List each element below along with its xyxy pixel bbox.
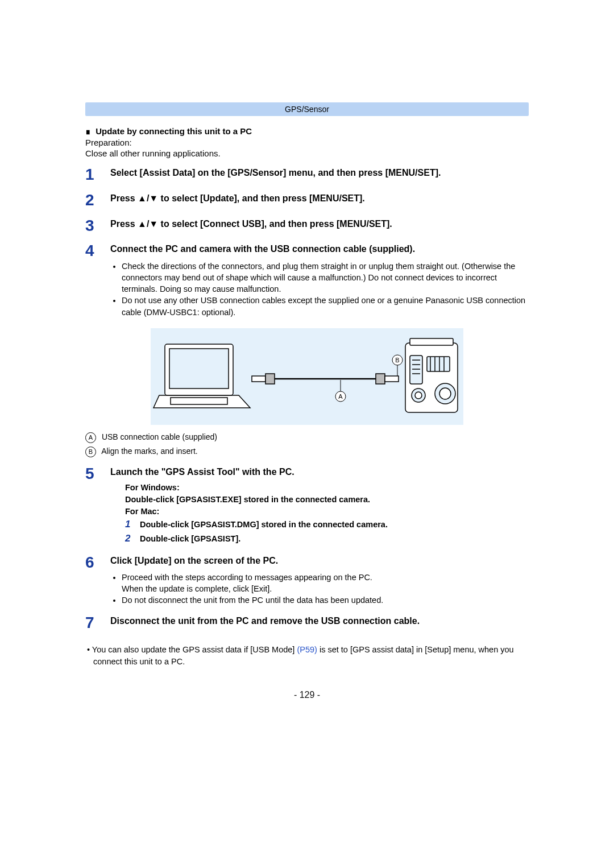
- page-reference-link[interactable]: (P59): [297, 645, 317, 654]
- bullet: Do not use any other USB connection cabl…: [122, 295, 529, 318]
- svg-rect-4: [171, 398, 227, 404]
- section-breadcrumb: GPS/Sensor: [85, 102, 529, 116]
- mac-substep-2: 2 Double-click [GPSASIST].: [125, 532, 529, 546]
- step-number: 7: [85, 614, 110, 632]
- step-1: 1 Select [Assist Data] on the [GPS/Senso…: [85, 166, 529, 184]
- step-4: 4 Connect the PC and camera with the USB…: [85, 242, 529, 318]
- step-6-bullets: Proceed with the steps according to mess…: [110, 572, 529, 606]
- svg-rect-5: [252, 376, 265, 382]
- preparation-label: Preparation:: [85, 138, 529, 147]
- step-number: 1: [85, 166, 110, 184]
- for-mac-label: For Mac:: [125, 506, 529, 518]
- step-number: 6: [85, 554, 110, 606]
- step-3: 3 Press ▲/▼ to select [Connect USB], and…: [85, 217, 529, 235]
- step-number: 2: [85, 192, 110, 209]
- footnote: • You can also update the GPS assist dat…: [85, 644, 529, 667]
- sub-number-1: 1: [125, 518, 138, 532]
- up-down-arrow-icon: ▲/▼: [138, 219, 158, 229]
- step-text: Press ▲/▼ to select [Connect USB], and t…: [110, 217, 529, 230]
- svg-point-13: [439, 388, 451, 399]
- svg-rect-8: [376, 374, 385, 384]
- section-title-text: Update by connecting this unit to a PC: [96, 126, 252, 136]
- svg-rect-9: [385, 376, 399, 382]
- sub-number-2: 2: [125, 532, 138, 546]
- svg-rect-11: [410, 338, 453, 345]
- svg-rect-6: [265, 374, 275, 384]
- svg-rect-3: [169, 349, 229, 388]
- bullet: Proceed with the steps according to mess…: [122, 572, 529, 595]
- step-number: 5: [85, 465, 110, 546]
- bullet: Check the directions of the connectors, …: [122, 261, 529, 295]
- for-windows-text: Double-click [GPSASIST.EXE] stored in th…: [125, 494, 529, 506]
- step-4-bullets: Check the directions of the connectors, …: [110, 261, 529, 318]
- svg-point-25: [415, 392, 422, 399]
- step-text: Launch the "GPS Assist Tool" with the PC…: [110, 465, 529, 478]
- step-5: 5 Launch the "GPS Assist Tool" with the …: [85, 465, 529, 546]
- caption-text: USB connection cable (supplied): [102, 432, 217, 441]
- step-text: Press ▲/▼ to select [Update], and then p…: [110, 192, 529, 205]
- page-number: - 129 -: [85, 690, 529, 700]
- figure-caption-a: A USB connection cable (supplied): [85, 432, 529, 443]
- step-number: 3: [85, 217, 110, 235]
- for-windows-label: For Windows:: [125, 482, 529, 494]
- up-down-arrow-icon: ▲/▼: [138, 193, 158, 203]
- preparation-text: Close all other running applications.: [85, 148, 529, 158]
- step-number: 4: [85, 242, 110, 318]
- step-text: Disconnect the unit from the PC and remo…: [110, 614, 529, 627]
- manual-page: GPS/Sensor ∎ Update by connecting this u…: [85, 102, 529, 700]
- svg-text:B: B: [395, 357, 399, 363]
- step-text: Click [Update] on the screen of the PC.: [110, 554, 529, 567]
- caption-text: Align the marks, and insert.: [101, 447, 198, 456]
- step-5-sub: For Windows: Double-click [GPSASIST.EXE]…: [125, 482, 529, 545]
- square-bullet-icon: ∎: [85, 126, 91, 136]
- step-text: Select [Assist Data] on the [GPS/Sensor]…: [110, 166, 529, 179]
- step-text: Connect the PC and camera with the USB c…: [110, 242, 529, 255]
- step-2: 2 Press ▲/▼ to select [Update], and then…: [85, 192, 529, 209]
- step-7: 7 Disconnect the unit from the PC and re…: [85, 614, 529, 632]
- mac-substep-1: 1 Double-click [GPSASIST.DMG] stored in …: [125, 518, 529, 532]
- circled-letter-b-icon: B: [85, 447, 96, 457]
- step-6: 6 Click [Update] on the screen of the PC…: [85, 554, 529, 606]
- connection-figure: A B: [151, 328, 463, 427]
- svg-text:A: A: [338, 393, 343, 400]
- circled-letter-a-icon: A: [85, 432, 96, 443]
- figure-caption-b: B Align the marks, and insert.: [85, 447, 529, 457]
- bullet: Do not disconnect the unit from the PC u…: [122, 594, 529, 606]
- usb-connection-illustration: A B: [151, 328, 463, 425]
- section-title: ∎ Update by connecting this unit to a PC: [85, 126, 529, 137]
